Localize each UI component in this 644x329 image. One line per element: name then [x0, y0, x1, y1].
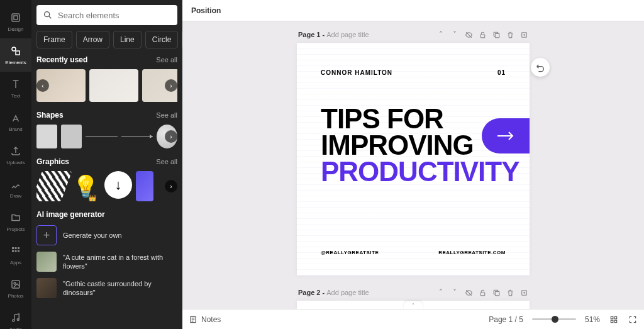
svg-point-15 — [45, 12, 50, 17]
website-text[interactable]: REALLYGREATSITE.COM — [438, 250, 506, 255]
ai-prompt-item[interactable]: "A cute anime cat in a forest with flowe… — [36, 252, 177, 272]
page-lock[interactable] — [478, 288, 487, 297]
topbar: Position — [182, 0, 644, 21]
rail-uploads[interactable]: Uploads — [0, 138, 31, 172]
rail-projects[interactable]: Projects — [0, 205, 31, 238]
graphic-3d-box[interactable] — [136, 171, 153, 201]
shape-square[interactable] — [36, 125, 57, 148]
page-collapse-handle[interactable]: ˄ — [404, 301, 423, 309]
ai-prompt-item[interactable]: "Gothic castle surrounded by dinosaurs" — [36, 278, 177, 298]
svg-rect-1 — [14, 16, 18, 20]
rail-label: Text — [11, 93, 21, 99]
uploads-icon — [9, 145, 22, 157]
page-label[interactable]: Page 1 - Add page title — [298, 31, 369, 38]
elements-sidebar: Frame Arrow Line Circle › Recently used … — [31, 0, 182, 329]
rail-photos[interactable]: Photos — [0, 272, 31, 305]
shape-square[interactable] — [61, 125, 82, 148]
zoom-thumb[interactable] — [552, 316, 558, 323]
page-down[interactable]: ˅ — [450, 288, 459, 297]
rail-brand[interactable]: Brand — [0, 105, 31, 138]
svg-rect-25 — [614, 320, 617, 323]
text-icon — [9, 78, 22, 91]
page-up[interactable]: ˄ — [436, 288, 445, 297]
recent-next[interactable]: › — [165, 79, 177, 92]
chip-line[interactable]: Line — [113, 31, 142, 48]
ai-thumb-castle — [36, 278, 57, 298]
ai-generate[interactable]: + Generate your own — [36, 225, 177, 245]
svg-rect-8 — [15, 250, 17, 252]
svg-point-13 — [17, 319, 19, 321]
svg-rect-7 — [12, 250, 14, 252]
svg-rect-19 — [480, 292, 485, 295]
graphic-lightbulb[interactable]: 💡👑 — [70, 171, 101, 201]
rail-text[interactable]: Text — [0, 72, 31, 105]
audio-icon — [9, 311, 22, 324]
shape-line[interactable] — [86, 125, 117, 148]
bottom-bar: Notes Page 1 / 5 51% — [182, 309, 644, 329]
recent-see-all[interactable]: See all — [156, 56, 177, 64]
page-add[interactable] — [519, 30, 528, 39]
rail-draw[interactable]: Draw — [0, 172, 31, 205]
ai-label: "Gothic castle surrounded by dinosaurs" — [63, 279, 177, 298]
fullscreen-button[interactable] — [628, 315, 638, 325]
zoom-value[interactable]: 51% — [585, 315, 600, 324]
ai-title: AI image generator — [36, 210, 177, 219]
svg-rect-6 — [18, 247, 19, 249]
graphic-pattern[interactable] — [36, 171, 72, 201]
author-text[interactable]: CONNOR HAMILTON — [321, 69, 392, 76]
handle-text[interactable]: @REALLYGREATSITE — [321, 250, 379, 255]
page-number-text[interactable]: 01 — [497, 69, 506, 76]
page-delete[interactable] — [506, 288, 514, 297]
svg-rect-3 — [16, 51, 19, 55]
plus-icon: + — [36, 225, 57, 245]
page-duplicate[interactable] — [492, 288, 501, 297]
photos-icon — [9, 278, 22, 291]
rail-elements[interactable]: Elements — [0, 38, 31, 72]
search-input-wrap[interactable] — [36, 5, 177, 25]
canvas-page[interactable]: CONNOR HAMILTON 01 TIPS FOR IMPROVING PR… — [297, 43, 530, 276]
undo-button[interactable] — [531, 58, 550, 77]
search-input[interactable] — [58, 11, 171, 20]
page-lock[interactable] — [478, 30, 487, 39]
chip-frame[interactable]: Frame — [36, 31, 72, 48]
page-add[interactable] — [519, 288, 528, 297]
page-hide[interactable] — [464, 288, 473, 297]
page-down[interactable]: ˅ — [450, 30, 459, 39]
graphic-arrow-circle[interactable]: ↓ — [104, 171, 132, 199]
arrow-badge[interactable] — [482, 118, 530, 153]
rail-label: Apps — [10, 260, 21, 265]
svg-rect-5 — [15, 247, 17, 249]
draw-icon — [9, 178, 22, 191]
grid-view-button[interactable] — [609, 315, 619, 325]
graphics-next[interactable]: › — [165, 180, 177, 192]
shapes-next[interactable]: › — [165, 130, 177, 143]
notes-button[interactable]: Notes — [189, 315, 221, 324]
page-indicator[interactable]: Page 1 / 5 — [489, 315, 523, 324]
page-duplicate[interactable] — [492, 30, 501, 39]
shape-arrow-line[interactable] — [121, 125, 153, 148]
rail-apps[interactable]: Apps — [0, 238, 31, 272]
graphics-see-all[interactable]: See all — [156, 158, 177, 165]
rail-label: Design — [8, 26, 24, 32]
ai-label: Generate your own — [63, 231, 122, 240]
recent-prev[interactable]: ‹ — [36, 79, 49, 92]
design-icon — [9, 11, 22, 24]
canvas[interactable]: Page 1 - Add page title ˄ ˅ CONNOR HAMIL… — [182, 21, 644, 309]
page-label[interactable]: Page 2 - Add page title — [298, 289, 369, 296]
shapes-see-all[interactable]: See all — [156, 111, 177, 119]
zoom-slider[interactable] — [532, 318, 576, 320]
shapes-title: Shapes — [36, 111, 64, 120]
brand-icon — [9, 111, 22, 124]
position-menu[interactable]: Position — [191, 6, 221, 15]
page-up[interactable]: ˄ — [436, 30, 445, 39]
rail-audio[interactable]: Audio — [0, 305, 31, 329]
recent-thumb[interactable] — [89, 69, 138, 102]
chip-arrow[interactable]: Arrow — [76, 31, 109, 48]
page-delete[interactable] — [506, 30, 514, 39]
rail-label: Photos — [8, 293, 24, 299]
apps-icon — [9, 245, 22, 257]
page-hide[interactable] — [464, 30, 473, 39]
rail-design[interactable]: Design — [0, 5, 31, 38]
chip-circle[interactable]: Circle — [145, 31, 179, 48]
recent-title: Recently used — [36, 55, 87, 64]
